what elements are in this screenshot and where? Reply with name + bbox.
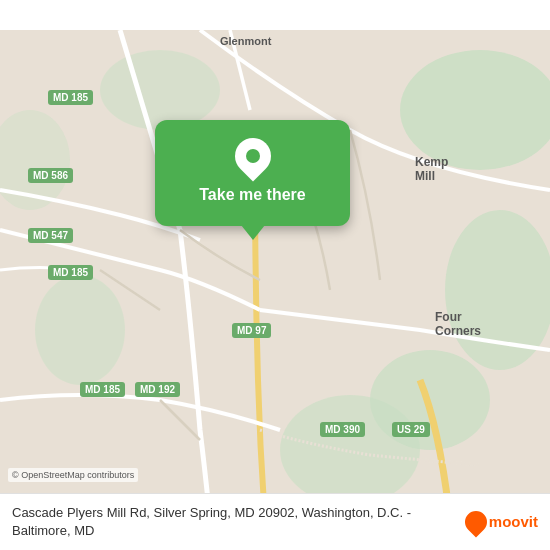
road-label-us29: US 29 <box>392 422 430 437</box>
moovit-pin-icon <box>460 506 491 537</box>
road-label-md390: MD 390 <box>320 422 365 437</box>
road-label-md185-bot: MD 185 <box>80 382 125 397</box>
moovit-logo: moovit <box>465 511 538 533</box>
road-label-md185-top: MD 185 <box>48 90 93 105</box>
address-label: Cascade Plyers Mill Rd, Silver Spring, M… <box>12 505 411 538</box>
popup-label: Take me there <box>199 186 305 204</box>
bottom-bar: Cascade Plyers Mill Rd, Silver Spring, M… <box>0 493 550 550</box>
moovit-logo-text: moovit <box>489 513 538 530</box>
location-pin-icon <box>227 131 278 182</box>
road-label-md547: MD 547 <box>28 228 73 243</box>
place-label-glenmont: Glenmont <box>220 35 271 47</box>
road-label-md586: MD 586 <box>28 168 73 183</box>
road-label-md185-mid: MD 185 <box>48 265 93 280</box>
copyright-notice: © OpenStreetMap contributors <box>8 468 138 482</box>
map-container: Glenmont KempMill FourCorners MD 185 MD … <box>0 0 550 550</box>
svg-point-4 <box>35 275 125 385</box>
road-label-md192: MD 192 <box>135 382 180 397</box>
take-me-there-popup[interactable]: Take me there <box>155 120 350 226</box>
place-label-kemp-mill: KempMill <box>415 155 448 183</box>
svg-point-5 <box>100 50 220 130</box>
address-text: Cascade Plyers Mill Rd, Silver Spring, M… <box>12 504 453 540</box>
copyright-text: © OpenStreetMap contributors <box>12 470 134 480</box>
road-label-md97: MD 97 <box>232 323 271 338</box>
place-label-four-corners: FourCorners <box>435 310 481 338</box>
